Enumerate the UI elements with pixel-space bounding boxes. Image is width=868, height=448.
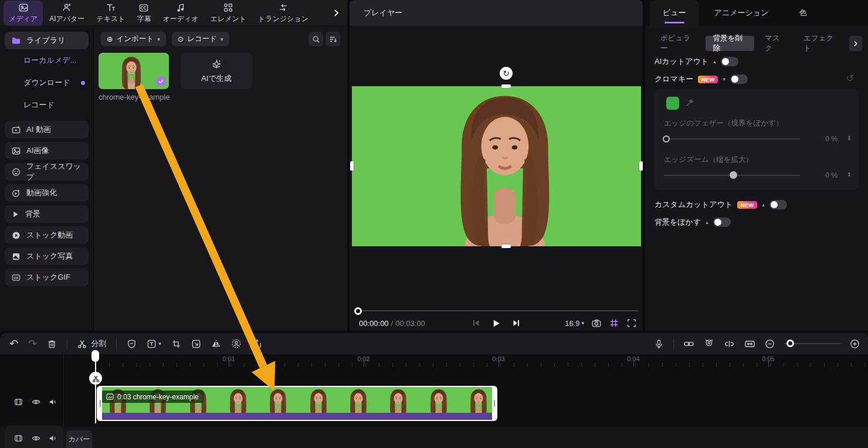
sidebar-item-library[interactable]: ライブラリ	[5, 32, 89, 49]
edge-zoom-stepper[interactable]: ▴▾	[848, 172, 850, 178]
blur-background-toggle[interactable]	[713, 218, 731, 227]
tab-color[interactable]: 色	[784, 0, 822, 26]
custom-cutout-toggle[interactable]	[769, 200, 787, 209]
chroma-color-swatch[interactable]	[666, 97, 679, 110]
next-frame-button[interactable]	[512, 318, 521, 328]
transform-handle-bottom[interactable]	[501, 245, 511, 248]
player-seek-knob[interactable]	[354, 307, 362, 315]
fullscreen-button[interactable]	[626, 318, 637, 328]
collapse-caret-icon[interactable]: ▴	[762, 202, 765, 208]
timeline-ruler[interactable]: 0:01 0:02 0:03 0:04 0:05	[96, 354, 868, 366]
transform-handle-top[interactable]	[501, 84, 511, 88]
playhead-split-button[interactable]	[89, 372, 102, 385]
zoom-out-button[interactable]	[765, 339, 775, 349]
tab-subtitles[interactable]: 字幕	[131, 1, 156, 26]
eyedropper-icon[interactable]	[685, 99, 694, 107]
subtab-effect[interactable]: エフェクト	[796, 36, 846, 51]
rotate-handle[interactable]: ↻	[500, 67, 513, 80]
edge-feather-slider-knob[interactable]	[663, 135, 670, 142]
timeline-zoom-knob[interactable]	[786, 340, 794, 347]
unlink-ripple-button[interactable]	[724, 338, 735, 349]
playhead-line[interactable]	[95, 351, 96, 423]
clip-trim-handle-left[interactable]	[98, 387, 102, 420]
collapse-caret-icon[interactable]: ▴	[713, 59, 716, 65]
player-seek-bar[interactable]	[354, 310, 638, 311]
ai-generate-card[interactable]: AIで生成	[181, 53, 252, 89]
transform-handle-left[interactable]	[350, 161, 354, 171]
sidebar-item-stock-video[interactable]: ストック動画	[5, 226, 89, 244]
track-type-video-icon	[14, 398, 23, 406]
sidebar-item-stock-photo[interactable]: ストック写真	[5, 247, 89, 265]
grid-overlay-button[interactable]	[609, 318, 619, 328]
sidebar-item-local-media[interactable]: ローカルメデ...	[0, 49, 93, 72]
search-button[interactable]	[308, 32, 323, 46]
aspect-ratio-selector[interactable]: 16:9 ▾	[565, 319, 584, 328]
portrait-cutout-button[interactable]	[231, 338, 242, 349]
sidebar-item-label: フェイススワップ	[26, 161, 82, 182]
split-button[interactable]: 分割	[77, 338, 106, 349]
reset-icon[interactable]: ↺	[846, 73, 854, 84]
ai-cutout-toggle[interactable]	[721, 57, 738, 66]
chevron-down-icon[interactable]: ▾	[723, 76, 725, 82]
more-tabs-chevron-icon[interactable]	[332, 9, 340, 17]
redo-button[interactable]: ↷	[28, 338, 37, 349]
tab-view[interactable]: ビュー	[650, 0, 699, 26]
edge-zoom-slider[interactable]	[664, 175, 800, 176]
speed-resize-button[interactable]	[191, 339, 201, 349]
tab-ai-avatar[interactable]: AIアバター	[44, 1, 90, 26]
snapshot-camera-button[interactable]	[591, 318, 602, 328]
sidebar-item-download[interactable]: ダウンロード	[0, 72, 93, 94]
edge-feather-stepper[interactable]: ▴▾	[848, 135, 850, 141]
sort-button[interactable]	[326, 32, 340, 46]
chroma-key-toggle[interactable]	[730, 74, 748, 84]
transform-handle-right[interactable]	[639, 161, 643, 171]
record-button[interactable]: ⊙ レコード ▾	[172, 32, 229, 46]
subtab-popular[interactable]: ポピュラー	[653, 36, 702, 51]
tab-elements[interactable]: エレメント	[205, 1, 252, 26]
subtab-remove-background[interactable]: 背景を削除	[706, 36, 754, 51]
tab-audio[interactable]: オーディオ	[157, 1, 204, 26]
track-visibility-eye-icon[interactable]	[32, 434, 40, 443]
media-thumbnail-chrome-key-example[interactable]	[99, 53, 169, 89]
tab-transitions[interactable]: トランジション	[253, 1, 314, 26]
magnet-snap-button[interactable]	[704, 338, 714, 349]
sidebar-item-stock-gif[interactable]: GIF ストックGIF	[5, 269, 89, 286]
sidebar-item-record[interactable]: レコード	[0, 94, 93, 116]
cover-button[interactable]: カバー	[66, 430, 92, 448]
track-visibility-eye-icon[interactable]	[32, 398, 40, 406]
edge-feather-slider[interactable]	[664, 138, 800, 140]
track-mute-speaker-icon[interactable]	[49, 434, 57, 443]
edge-zoom-slider-knob[interactable]	[730, 171, 737, 179]
tab-animation[interactable]: アニメーション	[699, 0, 784, 26]
fit-timeline-button[interactable]	[744, 338, 755, 349]
export-clip-button[interactable]	[252, 338, 262, 349]
subtab-mask[interactable]: マスク	[758, 36, 793, 51]
collapse-caret-icon[interactable]: ▴	[706, 219, 708, 225]
sidebar-item-ai-video[interactable]: AI 動画	[5, 121, 89, 138]
clip-trim-handle-right[interactable]	[492, 387, 496, 420]
sidebar-item-face-swap[interactable]: フェイススワップ	[5, 163, 89, 181]
zoom-in-button[interactable]	[850, 339, 860, 349]
link-clips-button[interactable]	[683, 338, 694, 349]
ai-generate-label: AIで生成	[201, 73, 232, 84]
import-button[interactable]: ⊕ インポート ▾	[101, 32, 166, 46]
voiceover-mic-button[interactable]	[654, 339, 664, 349]
play-button[interactable]	[491, 318, 501, 328]
previous-frame-button[interactable]	[472, 318, 481, 328]
timeline-zoom-slider[interactable]	[784, 343, 840, 344]
delete-button[interactable]	[47, 339, 57, 349]
undo-button[interactable]: ↶	[9, 338, 18, 349]
more-subtabs-chevron-icon[interactable]	[849, 36, 862, 51]
track-mute-speaker-icon[interactable]	[49, 398, 57, 406]
sidebar-item-ai-image[interactable]: AI画像	[5, 142, 89, 159]
timeline-clip-chrome-key-example[interactable]: 0:03 chrome-key-example	[97, 386, 497, 421]
preview-video-canvas[interactable]: ↻	[352, 86, 641, 246]
sidebar-item-video-enhance[interactable]: 動画強化	[5, 184, 89, 202]
tab-media[interactable]: メディア	[4, 1, 43, 26]
crop-button[interactable]	[171, 339, 181, 349]
sidebar-item-background[interactable]: 背景	[5, 205, 89, 223]
marker-button[interactable]	[127, 339, 137, 349]
text-tool-button[interactable]: ▾	[147, 339, 161, 349]
flip-mirror-button[interactable]	[211, 339, 221, 349]
tab-text[interactable]: テキスト	[91, 1, 130, 26]
